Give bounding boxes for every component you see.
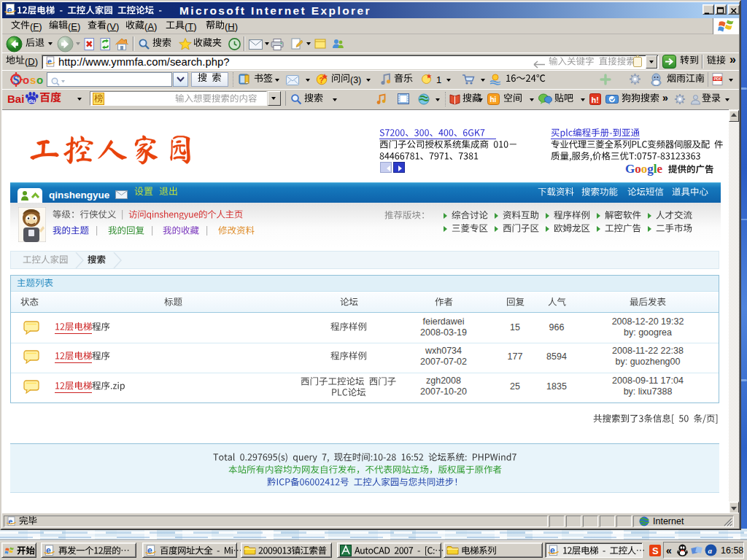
svg-text:PDF: PDF [713, 77, 722, 81]
svg-text:o: o [23, 74, 29, 86]
svg-text:e: e [46, 545, 51, 556]
svg-text:hi: hi [490, 96, 497, 104]
svg-text:h!: h! [592, 96, 599, 104]
svg-text:s: s [30, 74, 36, 86]
svg-text:S: S [12, 74, 19, 86]
svg-text:e: e [550, 545, 555, 556]
svg-text:?: ? [320, 77, 324, 85]
svg-text:e: e [147, 545, 152, 556]
svg-text:du: du [28, 98, 36, 104]
svg-text:a: a [708, 546, 713, 555]
svg-text:o: o [36, 74, 43, 86]
